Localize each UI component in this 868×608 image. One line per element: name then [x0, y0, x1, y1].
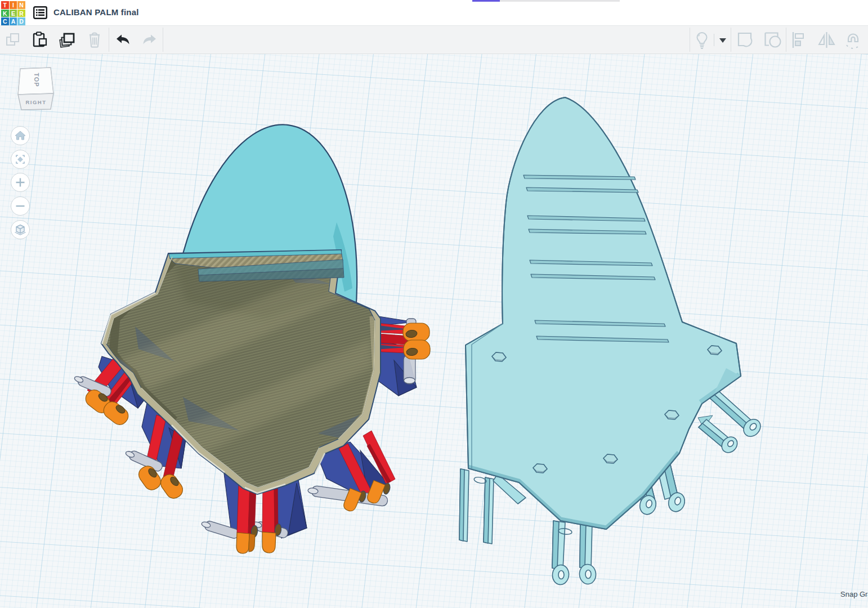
svg-text:TOP: TOP [33, 73, 40, 87]
svg-text:RIGHT: RIGHT [25, 99, 46, 105]
